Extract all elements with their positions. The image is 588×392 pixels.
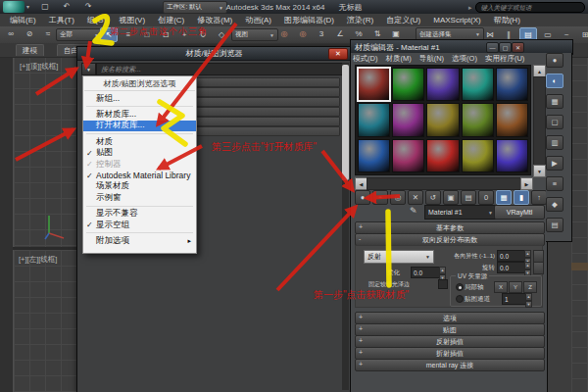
editor-menu-item[interactable]: 导航(N) bbox=[419, 54, 444, 64]
toolbar-icon[interactable]: ⊘ bbox=[22, 27, 37, 40]
axis-button[interactable]: Y bbox=[509, 281, 522, 293]
editor-tool-icon[interactable]: ↑ bbox=[531, 190, 547, 205]
material-sample-slot[interactable] bbox=[392, 68, 424, 101]
material-sample-slot[interactable] bbox=[462, 68, 494, 101]
toolbar-icon[interactable]: □ bbox=[139, 28, 155, 41]
side-toolbar-icon[interactable]: ▢ bbox=[546, 115, 564, 129]
minimize-button[interactable]: — bbox=[486, 42, 499, 53]
editor-tool-icon[interactable]: ▦ bbox=[496, 190, 512, 205]
editor-menu-item[interactable]: 材质(M) bbox=[385, 54, 411, 64]
logo-dropdown-icon[interactable]: ▾ bbox=[26, 3, 29, 10]
menu-item[interactable]: 附加选项 bbox=[83, 235, 196, 246]
toolbar-icon[interactable]: 3 bbox=[314, 27, 329, 40]
toolbar-icon[interactable]: ◇ bbox=[214, 28, 229, 41]
slots-vertical-scrollbar[interactable] bbox=[533, 76, 546, 166]
selection-filter-dropdown[interactable]: 全部▼ bbox=[56, 28, 103, 41]
toolbar-icon[interactable]: ≡ bbox=[121, 28, 136, 41]
browser-scrollbar[interactable] bbox=[342, 63, 349, 390]
editor-tool-icon[interactable]: ▮ bbox=[514, 190, 529, 205]
side-toolbar-icon[interactable]: ≡ bbox=[546, 176, 564, 191]
browser-scrollbar-thumb[interactable] bbox=[342, 65, 349, 180]
scroll-right-button[interactable]: ▶ bbox=[520, 177, 533, 190]
toolbar-icon[interactable]: ⊡ bbox=[158, 28, 173, 41]
side-toolbar-icon[interactable]: ▦ bbox=[546, 94, 564, 109]
editor-tool-icon[interactable]: ◓ bbox=[372, 190, 388, 205]
rollout-mentalray[interactable]: +mental ray 连接 bbox=[355, 359, 545, 371]
material-sample-slot[interactable] bbox=[426, 68, 459, 101]
quick-access-button[interactable]: ↶ bbox=[59, 1, 74, 12]
viewport-divider[interactable] bbox=[13, 247, 76, 250]
menubar-item[interactable]: 视图(V) bbox=[119, 15, 145, 25]
menubar-item[interactable]: 帮助(H) bbox=[494, 15, 520, 25]
editor-tool-icon[interactable]: ✕ bbox=[408, 190, 423, 205]
material-sample-slot[interactable] bbox=[392, 103, 424, 136]
local-axis-radio[interactable] bbox=[456, 283, 464, 291]
material-sample-slot[interactable] bbox=[392, 139, 424, 172]
menu-item[interactable] bbox=[86, 106, 193, 107]
reference-coordinate-dropdown[interactable]: 视图▼ bbox=[231, 28, 278, 41]
viewport-label-left[interactable]: [+][左][线框] bbox=[19, 255, 57, 265]
search-arrow-icon[interactable]: ▸ bbox=[468, 4, 472, 12]
menubar-item[interactable]: 编辑(E) bbox=[10, 15, 36, 25]
map-channel-spinner[interactable]: ▲▼ bbox=[525, 293, 532, 308]
axis-button[interactable]: Z bbox=[523, 281, 537, 293]
menubar-item[interactable]: 工具(T) bbox=[49, 15, 74, 25]
slots-horizontal-scrollbar[interactable] bbox=[367, 177, 521, 190]
menu-item[interactable] bbox=[86, 232, 193, 233]
toolbar-icon[interactable]: ◎ bbox=[295, 27, 311, 40]
material-sample-slot[interactable] bbox=[426, 103, 459, 136]
side-toolbar-icon[interactable]: ▥ bbox=[546, 135, 564, 150]
menu-item[interactable]: 场景材质 bbox=[83, 181, 196, 192]
editor-tool-icon[interactable]: ◎ bbox=[390, 190, 406, 205]
browser-titlebar[interactable]: 材质/贴图浏览器 ✕ bbox=[77, 47, 351, 61]
menubar-item[interactable]: 自定义(U) bbox=[386, 15, 420, 25]
menu-item[interactable]: 贴图 bbox=[83, 148, 196, 159]
material-sample-slot[interactable] bbox=[496, 103, 528, 136]
material-sample-slot[interactable] bbox=[496, 68, 528, 101]
map-channel-radio[interactable] bbox=[456, 295, 464, 303]
menu-item[interactable]: 材质 bbox=[83, 136, 196, 147]
menu-item[interactable]: Autodesk Material Library bbox=[83, 170, 196, 180]
material-name-dropdown[interactable]: Material #1▼ bbox=[424, 205, 497, 220]
close-button[interactable]: ✕ bbox=[512, 42, 524, 53]
material-sample-slot[interactable] bbox=[462, 139, 494, 172]
help-search-input[interactable] bbox=[475, 2, 585, 13]
menubar-item[interactable]: 动画(A) bbox=[245, 15, 271, 25]
material-sample-slot[interactable] bbox=[462, 103, 494, 136]
menu-item[interactable]: 显示不兼容 bbox=[83, 209, 196, 220]
menubar-item[interactable]: 创建(C) bbox=[158, 15, 184, 25]
menu-item[interactable]: 显示空组 bbox=[83, 220, 196, 230]
workspace-dropdown[interactable]: 工作区: 默认▼ bbox=[163, 1, 227, 14]
material-sample-slot[interactable] bbox=[426, 139, 459, 172]
toolbar-icon[interactable]: ◎ bbox=[276, 27, 292, 40]
toolbar-icon[interactable]: + bbox=[176, 28, 192, 41]
browser-close-button[interactable]: ✕ bbox=[328, 48, 348, 60]
menu-item[interactable] bbox=[86, 206, 193, 207]
side-toolbar-icon[interactable]: ● bbox=[546, 53, 564, 68]
editor-tool-icon[interactable]: ↺ bbox=[425, 190, 441, 205]
editor-tool-icon[interactable]: 0 bbox=[478, 190, 494, 205]
viewport-label-top[interactable]: [+][顶][线框] bbox=[20, 62, 58, 72]
editor-tool-icon[interactable]: ▤ bbox=[461, 190, 476, 205]
toolbar-icon[interactable]: ≈ bbox=[40, 27, 56, 40]
fix-dark-edges-checkbox[interactable] bbox=[438, 279, 448, 289]
editor-menu-item[interactable]: 选项(O) bbox=[452, 54, 477, 64]
maximize-button[interactable]: ▢ bbox=[499, 42, 512, 53]
quick-access-button[interactable]: ↷ bbox=[80, 1, 96, 12]
3dsmax-logo-icon[interactable] bbox=[3, 1, 24, 13]
quick-access-button[interactable]: ▢ bbox=[37, 1, 53, 12]
viewport-right-strip[interactable] bbox=[571, 49, 588, 392]
axis-button[interactable]: X bbox=[494, 281, 508, 293]
menu-item[interactable]: 示例窗 bbox=[83, 192, 196, 203]
menubar-item[interactable]: MAXScript(X) bbox=[433, 16, 480, 24]
menubar-item[interactable]: 组(G) bbox=[87, 15, 107, 25]
toolbar-icon[interactable]: ⊞ bbox=[577, 28, 588, 41]
menubar-item[interactable]: 渲染(R) bbox=[347, 15, 373, 25]
side-toolbar-icon[interactable]: ▶ bbox=[546, 156, 564, 171]
rotation-lock-button[interactable] bbox=[533, 262, 544, 274]
eyedropper-icon[interactable]: ✎ bbox=[410, 206, 417, 216]
rotation-spinner[interactable]: ▲▼ bbox=[524, 262, 531, 276]
toolbar-icon[interactable]: ∞ bbox=[3, 27, 19, 40]
side-toolbar-icon[interactable]: ▤ bbox=[546, 218, 564, 232]
browser-search-input[interactable] bbox=[96, 63, 347, 75]
